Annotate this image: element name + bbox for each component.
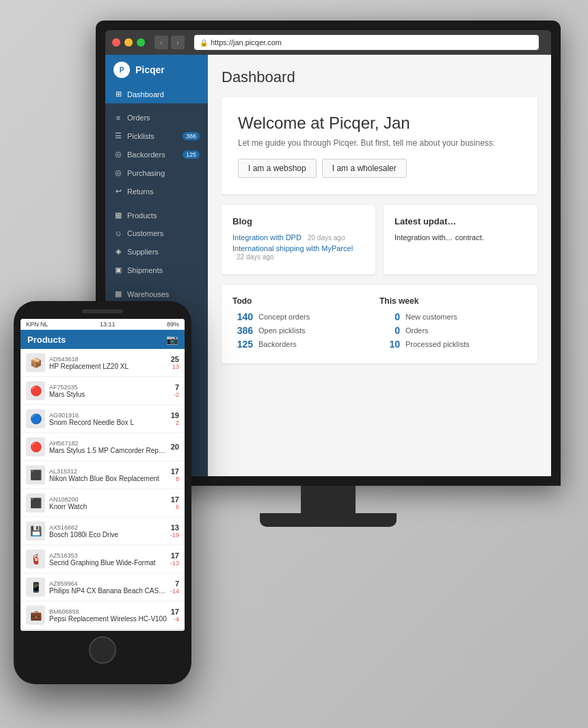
product-thumb-5: ⬛ [26, 465, 45, 484]
product-info-5: AL315312 Nikon Watch Blue Box Replacemen… [49, 468, 167, 482]
warehouses-icon: ▦ [113, 289, 123, 298]
product-qty-10: 17 [171, 608, 179, 616]
product-qty-5: 17 [171, 467, 179, 476]
week-label-2: Orders [405, 326, 429, 335]
product-nums-8: 17 -13 [170, 551, 179, 567]
product-sku-4: AH567182 [49, 440, 167, 447]
product-thumb-3: 🔵 [26, 409, 45, 428]
sidebar-item-shipments[interactable]: ▣ Shipments [105, 261, 208, 279]
week-row-2: 0 Orders [379, 325, 526, 336]
product-thumb-7: 💾 [26, 521, 45, 541]
blog-link-1-time: 20 days ago [308, 234, 345, 242]
maximize-window-button[interactable] [137, 38, 145, 47]
product-nums-3: 19 2 [171, 411, 179, 426]
product-name-2: Mars Stylus [49, 391, 170, 398]
product-thumb-2: 🔴 [26, 381, 45, 400]
product-info-3: AG901916 Snom Record Needle Box L [49, 412, 167, 426]
product-nums-6: 17 6 [171, 495, 179, 510]
close-window-button[interactable] [112, 38, 120, 47]
camera-icon[interactable]: 📷 [166, 334, 178, 345]
product-nums-9: 7 -14 [170, 580, 179, 595]
sidebar-item-orders[interactable]: ≡ Orders [105, 109, 208, 127]
phone-time: 13:11 [100, 321, 116, 328]
product-info-8: AZ516353 Secrid Graphing Blue Wide-Forma… [49, 552, 166, 567]
sidebar-item-dashboard[interactable]: ⊞ Dashboard [105, 85, 208, 103]
this-week-section: This week 0 New customers 0 Orders [379, 296, 526, 352]
mobile-phone: KPN NL 13:11 89% Products 📷 📦 AD543618 [14, 301, 191, 684]
blog-link-1[interactable]: Integration with DPD 20 days ago [232, 233, 364, 242]
product-item-4[interactable]: 🔴 AH567182 Mars Stylus 1.5 MP Camcorder … [21, 433, 185, 461]
product-sku-7: AX516662 [49, 524, 166, 531]
main-content: Dashboard Welcome at Picqer, Jan Let me … [208, 55, 551, 476]
week-row-3: 10 Processed picklists [379, 339, 526, 350]
product-sku-6: AN108200 [49, 496, 167, 503]
product-item-8[interactable]: 🧯 AZ516353 Secrid Graphing Blue Wide-For… [21, 545, 185, 573]
sidebar-label-products: Products [127, 211, 157, 220]
phone-carrier: KPN NL [26, 321, 49, 328]
product-item-10[interactable]: 💼 BM606858 Pepsi Replacement Wireless HC… [21, 601, 185, 629]
tab-products[interactable]: ▦ Products [86, 630, 119, 631]
sidebar-item-products[interactable]: ▦ Products [105, 206, 208, 224]
picklists-icon: ☰ [113, 131, 123, 140]
week-label-3: Processed picklists [405, 340, 470, 348]
tab-more[interactable]: ⋯ More [152, 630, 185, 631]
blog-card: Blog Integration with DPD 20 days ago In… [222, 205, 375, 274]
sidebar-item-picklists[interactable]: ☰ Picklists 386 [105, 127, 208, 145]
product-sku-1: AD543618 [49, 356, 167, 363]
home-button[interactable] [89, 636, 116, 664]
product-name-10: Pepsi Replacement Wireless HC-V100 [49, 615, 167, 623]
product-item-7[interactable]: 💾 AX516662 Bosch 1080i Eco Drive 13 -19 [21, 517, 185, 545]
sidebar-item-suppliers[interactable]: ◈ Suppliers [105, 242, 208, 261]
product-info-10: BM606858 Pepsi Replacement Wireless HC-V… [49, 608, 167, 623]
back-button[interactable]: ‹ [155, 36, 168, 49]
tab-purchases[interactable]: ◈ Purchases [119, 630, 152, 631]
sidebar-label-suppliers: Suppliers [127, 248, 159, 256]
product-qty-6: 17 [171, 495, 179, 504]
product-item-2[interactable]: 🔴 AF752035 Mars Stylus 7 -2 [21, 377, 185, 405]
address-bar[interactable]: 🔒 https://jan.picqer.com [194, 35, 539, 50]
product-item-9[interactable]: 📱 AZ859964 Philips NP4 CX Banana Beach C… [21, 573, 185, 601]
phone-screen: KPN NL 13:11 89% Products 📷 📦 AD543618 [21, 319, 185, 631]
tab-dashboard[interactable]: ⊞ Dashboard [21, 630, 53, 631]
product-info-6: AN108200 Knorr Watch [49, 496, 167, 510]
week-num-2: 0 [379, 325, 400, 336]
todo-row-2: 386 Open picklists [232, 325, 379, 336]
product-sub-8: -13 [170, 560, 179, 567]
todo-label-3: Backorders [258, 340, 297, 348]
forward-button[interactable]: › [171, 36, 185, 49]
todo-card: Todo 140 Concept orders 386 Open picklis… [222, 285, 537, 363]
product-item-6[interactable]: ⬛ AN108200 Knorr Watch 17 6 [21, 489, 185, 517]
orders-icon: ≡ [113, 114, 123, 122]
product-thumb-1: 📦 [26, 353, 45, 372]
dashboard-icon: ⊞ [113, 90, 123, 99]
sidebar-item-purchasing[interactable]: ◎ Purchasing [105, 164, 208, 182]
products-icon: ▦ [113, 211, 123, 220]
product-item-1[interactable]: 📦 AD543618 HP Replacement LZ20 XL 25 13 [21, 349, 185, 377]
product-name-1: HP Replacement LZ20 XL [49, 363, 167, 370]
product-sub-5: 8 [171, 476, 179, 482]
sidebar-item-customers[interactable]: ☺ Customers [105, 224, 208, 242]
blog-link-2-text: International shipping with MyParcel [232, 244, 353, 252]
sidebar-label-shipments: Shipments [127, 266, 163, 274]
product-thumb-8: 🧯 [26, 549, 45, 569]
sidebar-item-warehouses[interactable]: ▦ Warehouses [105, 285, 208, 303]
product-name-3: Snom Record Needle Box L [49, 419, 167, 426]
week-row-1: 0 New customers [379, 311, 526, 322]
tab-picklists[interactable]: ☰ Picklists [53, 630, 86, 631]
sidebar-item-returns[interactable]: ↩ Returns [105, 182, 208, 200]
product-qty-9: 7 [170, 580, 179, 588]
webshop-button[interactable]: I am a webshop [238, 159, 317, 178]
product-item-3[interactable]: 🔵 AG901916 Snom Record Needle Box L 19 2 [21, 405, 185, 433]
product-qty-4: 20 [171, 443, 179, 451]
wholesaler-button[interactable]: I am a wholesaler [322, 159, 407, 178]
product-item-5[interactable]: ⬛ AL315312 Nikon Watch Blue Box Replacem… [21, 461, 185, 489]
sidebar-label-backorders: Backorders [127, 151, 165, 159]
blog-link-2[interactable]: International shipping with MyParcel 22 … [232, 244, 364, 261]
sidebar-item-backorders[interactable]: ◎ Backorders 125 [105, 145, 208, 164]
todo-grid: Todo 140 Concept orders 386 Open picklis… [232, 296, 526, 352]
product-sub-6: 6 [171, 504, 179, 510]
product-nums-4: 20 [171, 443, 179, 451]
secure-icon: 🔒 [200, 39, 208, 47]
product-name-9: Philips NP4 CX Banana Beach CAS Color [49, 587, 166, 595]
minimize-window-button[interactable] [124, 38, 133, 47]
